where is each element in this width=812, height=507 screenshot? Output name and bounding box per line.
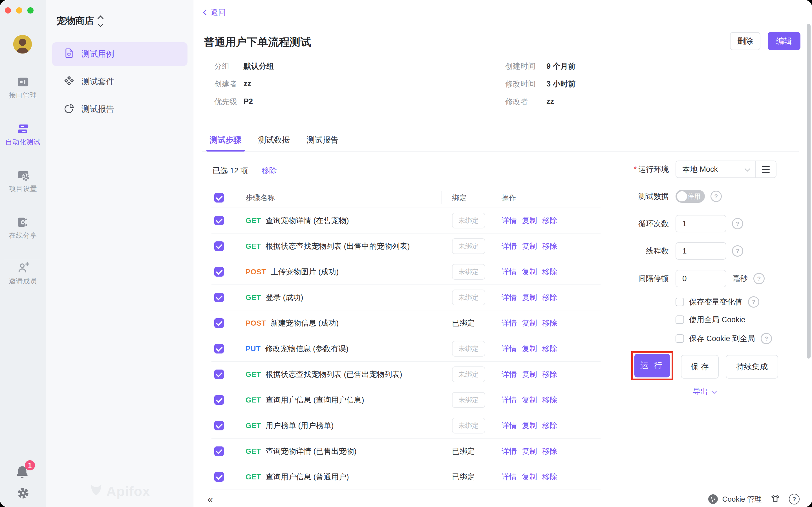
row-checkbox[interactable] — [214, 395, 224, 405]
rail-item-automated-testing[interactable]: 自动化测试 — [0, 122, 46, 147]
save-cookie-global-checkbox[interactable] — [675, 334, 684, 343]
method-badge: GET — [246, 216, 261, 225]
invite-member-button[interactable]: 邀请成员 — [0, 262, 46, 286]
row-checkbox[interactable] — [214, 421, 224, 431]
action-remove[interactable]: 移除 — [542, 472, 557, 482]
use-global-cookie-checkbox[interactable] — [675, 316, 684, 324]
project-switcher[interactable]: 宠物商店 — [57, 15, 103, 27]
action-copy[interactable]: 复制 — [522, 216, 537, 226]
project-sidebar: 宠物商店 测试用例 测试套件 测试报告 Apifox — [46, 0, 193, 507]
remove-selected-link[interactable]: 移除 — [262, 166, 277, 176]
rail-item-api-management[interactable]: 接口管理 — [0, 75, 46, 100]
help-icon[interactable]: ? — [753, 273, 765, 284]
meta-label: 创建者 — [214, 79, 244, 89]
minimize-window-button[interactable] — [16, 7, 22, 13]
row-checkbox[interactable] — [214, 344, 224, 353]
action-remove[interactable]: 移除 — [542, 267, 557, 277]
action-detail[interactable]: 详情 — [502, 241, 517, 251]
action-detail[interactable]: 详情 — [502, 216, 517, 226]
loop-count-input[interactable]: 1 — [675, 215, 726, 232]
ci-button[interactable]: 持续集成 — [726, 355, 778, 379]
tab-test-report[interactable]: 测试报告 — [306, 129, 340, 151]
action-remove[interactable]: 移除 — [542, 241, 557, 251]
row-checkbox[interactable] — [214, 267, 224, 277]
sidebar-item-test-reports[interactable]: 测试报告 — [52, 98, 188, 121]
action-remove[interactable]: 移除 — [542, 292, 557, 302]
help-button[interactable]: ? — [789, 494, 800, 504]
cookie-manager-button[interactable]: Cookie 管理 — [708, 494, 762, 504]
run-button[interactable]: 运 行 — [635, 354, 670, 378]
action-detail[interactable]: 详情 — [502, 267, 517, 277]
env-manage-button[interactable] — [755, 161, 776, 178]
row-checkbox[interactable] — [214, 370, 224, 379]
tab-test-data[interactable]: 测试数据 — [257, 129, 291, 151]
theme-button[interactable] — [770, 494, 780, 505]
action-detail[interactable]: 详情 — [502, 318, 517, 328]
rail-item-project-settings[interactable]: 项目设置 — [0, 169, 46, 193]
row-checkbox[interactable] — [214, 446, 224, 456]
collapse-sidebar-button[interactable]: « — [207, 494, 213, 504]
notifications-button[interactable]: 1 — [14, 464, 32, 481]
action-copy[interactable]: 复制 — [522, 420, 537, 431]
row-checkbox[interactable] — [214, 472, 224, 482]
row-checkbox[interactable] — [214, 318, 224, 328]
edit-button[interactable]: 编辑 — [768, 32, 801, 50]
action-copy[interactable]: 复制 — [522, 472, 537, 482]
help-icon[interactable]: ? — [711, 191, 722, 202]
action-detail[interactable]: 详情 — [502, 292, 517, 302]
back-link[interactable]: 返回 — [204, 7, 226, 17]
action-detail[interactable]: 详情 — [502, 369, 517, 379]
save-variables-checkbox[interactable] — [675, 298, 684, 306]
action-remove[interactable]: 移除 — [542, 395, 557, 405]
avatar[interactable] — [13, 35, 32, 54]
help-icon[interactable]: ? — [732, 245, 743, 257]
interval-input[interactable]: 0 — [675, 270, 726, 287]
close-window-button[interactable] — [5, 7, 11, 13]
action-copy[interactable]: 复制 — [522, 241, 537, 251]
meta-value: 3 小时前 — [546, 79, 576, 89]
action-copy[interactable]: 复制 — [522, 318, 537, 328]
diamonds-icon — [63, 75, 75, 89]
row-checkbox[interactable] — [214, 241, 224, 251]
action-remove[interactable]: 移除 — [542, 216, 557, 226]
zoom-window-button[interactable] — [28, 7, 34, 13]
action-remove[interactable]: 移除 — [542, 369, 557, 379]
action-detail[interactable]: 详情 — [502, 446, 517, 456]
action-copy[interactable]: 复制 — [522, 369, 537, 379]
run-env-select[interactable]: 本地 Mock — [675, 161, 755, 178]
action-copy[interactable]: 复制 — [522, 446, 537, 456]
action-remove[interactable]: 移除 — [542, 420, 557, 431]
action-remove[interactable]: 移除 — [542, 344, 557, 354]
delete-button[interactable]: 删除 — [730, 32, 760, 50]
action-remove[interactable]: 移除 — [542, 446, 557, 456]
sidebar-item-label: 测试报告 — [82, 104, 114, 115]
help-icon[interactable]: ? — [761, 333, 772, 344]
settings-button[interactable] — [16, 486, 30, 501]
sidebar-item-test-cases[interactable]: 测试用例 — [52, 42, 188, 66]
action-detail[interactable]: 详情 — [502, 472, 517, 482]
sidebar-item-test-suites[interactable]: 测试套件 — [52, 70, 188, 94]
export-link[interactable]: 导出 — [693, 386, 716, 397]
row-checkbox[interactable] — [214, 216, 224, 225]
help-icon[interactable]: ? — [748, 296, 759, 307]
rail-item-online-share[interactable]: 在线分享 — [0, 216, 46, 240]
bottom-bar: « Cookie 管理 ? — [194, 491, 812, 507]
action-copy[interactable]: 复制 — [522, 267, 537, 277]
step-name: 上传宠物图片 (成功) — [271, 267, 339, 277]
tab-test-steps[interactable]: 测试步骤 — [209, 129, 243, 151]
scrollbar-thumb[interactable] — [807, 24, 811, 358]
action-copy[interactable]: 复制 — [522, 344, 537, 354]
save-button[interactable]: 保 存 — [681, 355, 719, 379]
action-detail[interactable]: 详情 — [502, 395, 517, 405]
row-checkbox[interactable] — [214, 293, 224, 302]
thread-count-input[interactable]: 1 — [675, 242, 726, 260]
action-detail[interactable]: 详情 — [502, 344, 517, 354]
help-icon[interactable]: ? — [732, 218, 743, 229]
file-code-icon — [63, 48, 75, 61]
action-copy[interactable]: 复制 — [522, 292, 537, 302]
test-data-toggle[interactable]: 停用 — [675, 190, 705, 203]
action-copy[interactable]: 复制 — [522, 395, 537, 405]
select-all-checkbox[interactable] — [214, 193, 224, 203]
action-detail[interactable]: 详情 — [502, 420, 517, 431]
action-remove[interactable]: 移除 — [542, 318, 557, 328]
